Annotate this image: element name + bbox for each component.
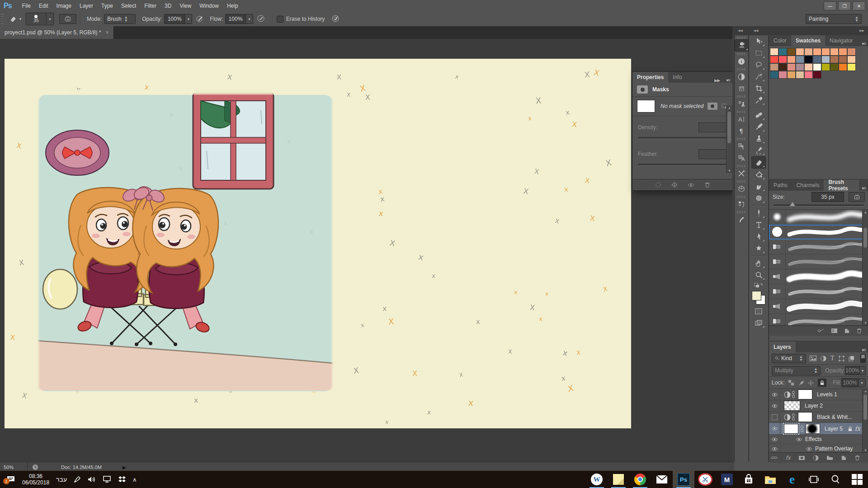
panel-icon-character[interactable]: A — [735, 113, 748, 125]
collapse-icons-arrow[interactable]: ◀◀ — [738, 29, 743, 33]
menu-3d[interactable]: 3D — [160, 3, 175, 9]
adjustment-layer-icon[interactable] — [784, 391, 791, 398]
swatch-34[interactable] — [804, 71, 813, 79]
tab-layers[interactable]: Layers — [769, 342, 796, 352]
effect-eye-icon[interactable] — [796, 437, 802, 442]
swatch-30[interactable] — [770, 71, 778, 79]
quick-mask-mode-button[interactable] — [752, 305, 765, 317]
layer-visibility-eye-icon[interactable] — [769, 389, 780, 400]
menu-type[interactable]: Type — [97, 3, 117, 9]
brush-size-slider[interactable] — [774, 204, 864, 206]
taskbar-task-view-icon[interactable] — [803, 471, 825, 488]
swatch-29[interactable] — [847, 63, 856, 71]
mask-selection-icon[interactable] — [655, 182, 661, 188]
type-tool[interactable] — [752, 219, 765, 230]
sponge-tool[interactable] — [752, 192, 765, 204]
taskbar-mail-icon[interactable] — [651, 471, 673, 488]
flow-dropdown-arrow[interactable]: ▼ — [246, 14, 253, 24]
swatch-3[interactable] — [796, 48, 804, 56]
layer-name[interactable]: Black & Whit... — [817, 414, 852, 420]
screen-mode-button[interactable] — [752, 317, 765, 328]
swatch-4[interactable] — [804, 48, 813, 56]
taskbar-m-app-icon[interactable]: M — [716, 471, 738, 488]
layer-visibility-eye-icon[interactable] — [769, 444, 780, 452]
move-tool[interactable] — [752, 36, 765, 47]
panel-group-gripper[interactable] — [737, 165, 746, 167]
menu-filter[interactable]: Filter — [140, 3, 160, 9]
swatch-18[interactable] — [839, 56, 847, 63]
apply-mask-icon[interactable] — [671, 182, 678, 188]
panel-icon-styles[interactable]: fx — [735, 83, 748, 94]
layer-thumbnail[interactable] — [798, 389, 812, 399]
options-bar-grip[interactable] — [1, 14, 4, 24]
layer-filtering-toggle[interactable] — [860, 354, 866, 363]
new-adjustment-layer-icon[interactable] — [813, 455, 819, 461]
swatch-22[interactable] — [787, 63, 796, 71]
tab-swatches[interactable]: Swatches — [791, 35, 825, 46]
panel-icon-info[interactable] — [735, 56, 748, 67]
menu-select[interactable]: Select — [117, 3, 140, 9]
flow-value[interactable]: 100% — [225, 14, 246, 24]
tool-preset-dropdown-arrow[interactable]: ▼ — [19, 17, 22, 21]
pressure-size-icon[interactable] — [331, 14, 340, 24]
swatch-9[interactable] — [847, 48, 856, 56]
swatch-14[interactable] — [804, 56, 813, 63]
layer-name[interactable]: Layer 2 — [805, 403, 823, 409]
lock-image-pixels-icon[interactable] — [798, 380, 804, 386]
swatch-27[interactable] — [830, 63, 839, 71]
layers-panel-menu-icon[interactable]: ▾≡ — [859, 347, 868, 352]
layer-row-pattern-overlay[interactable]: Pattern Overlay — [769, 444, 868, 452]
network-icon[interactable] — [103, 476, 112, 483]
layer-name[interactable]: Levels 1 — [817, 391, 837, 398]
filter-type-layers-icon[interactable]: T — [830, 355, 835, 362]
custom-shape-tool[interactable] — [752, 243, 765, 254]
brush-stroke-preview-icon[interactable] — [817, 328, 825, 333]
layer-mask-thumbnail[interactable] — [806, 424, 820, 434]
pen-tool[interactable] — [752, 207, 765, 219]
taskbar-photoshop-icon[interactable]: Ps — [673, 471, 694, 488]
panel-icon-character-styles[interactable]: ¶ — [735, 141, 748, 152]
tab-properties[interactable]: Properties — [632, 72, 668, 83]
doc-size-info[interactable]: Doc: 14.2M/45.0M — [61, 465, 102, 470]
volume-icon[interactable] — [88, 476, 96, 483]
brush-preset-thin-bristle-brush[interactable] — [769, 314, 868, 325]
menu-edit[interactable]: Edit — [35, 3, 52, 9]
clock[interactable]: 08:36 06/05/2018 — [22, 473, 49, 486]
panel-group-gripper[interactable] — [737, 111, 746, 113]
foreground-color-chip[interactable] — [752, 291, 761, 300]
layers-scrollbar[interactable]: ▲▼ — [862, 389, 868, 452]
tab-color[interactable]: Color — [769, 35, 791, 46]
delete-layer-trash-icon[interactable] — [854, 455, 860, 461]
new-group-folder-icon[interactable] — [826, 455, 833, 460]
swatch-8[interactable] — [839, 48, 847, 56]
brush-preset-arrow[interactable]: ▼ — [47, 13, 54, 25]
layer-name[interactable]: Layer 5 — [825, 426, 843, 432]
tab-channels[interactable]: Channels — [792, 180, 824, 191]
menu-help[interactable]: Help — [223, 3, 242, 9]
brush-size-field[interactable]: 35 px — [811, 192, 844, 202]
collapse-panels-arrow[interactable]: ▶▶ — [859, 29, 864, 33]
layer-thumbnail[interactable] — [784, 401, 800, 411]
kind-filter-dropdown[interactable]: Kind — [781, 355, 792, 361]
taskbar-sticky-notes-icon[interactable] — [608, 471, 629, 488]
swatch-21[interactable] — [778, 63, 787, 71]
panel-group-gripper[interactable] — [737, 138, 746, 140]
panel-group-gripper[interactable] — [737, 53, 746, 55]
swatch-5[interactable] — [813, 48, 821, 56]
airbrush-icon[interactable] — [257, 14, 265, 24]
opacity-value[interactable]: 100% — [164, 14, 185, 24]
swatch-35[interactable] — [813, 71, 821, 79]
panel-icon-mini-3d[interactable] — [735, 39, 749, 52]
filter-adjustment-layers-icon[interactable] — [821, 356, 826, 361]
layer-row-layer-2[interactable]: Layer 2 — [769, 400, 868, 412]
swatch-17[interactable] — [830, 56, 839, 63]
layer-thumbnail[interactable] — [784, 424, 798, 434]
properties-scrollbar[interactable]: ▲ ▼ — [726, 105, 732, 173]
layer-visibility-eye-icon[interactable] — [769, 423, 780, 434]
taskbar-start-icon[interactable] — [846, 471, 868, 488]
layer-visibility-eye-icon[interactable] — [769, 400, 780, 411]
taskbar-search-icon[interactable] — [825, 471, 846, 488]
clone-stamp-tool[interactable] — [752, 133, 765, 144]
panel-icon-paragraph-styles[interactable]: A — [735, 152, 748, 164]
layers-opacity-value[interactable]: 100% — [845, 366, 860, 375]
